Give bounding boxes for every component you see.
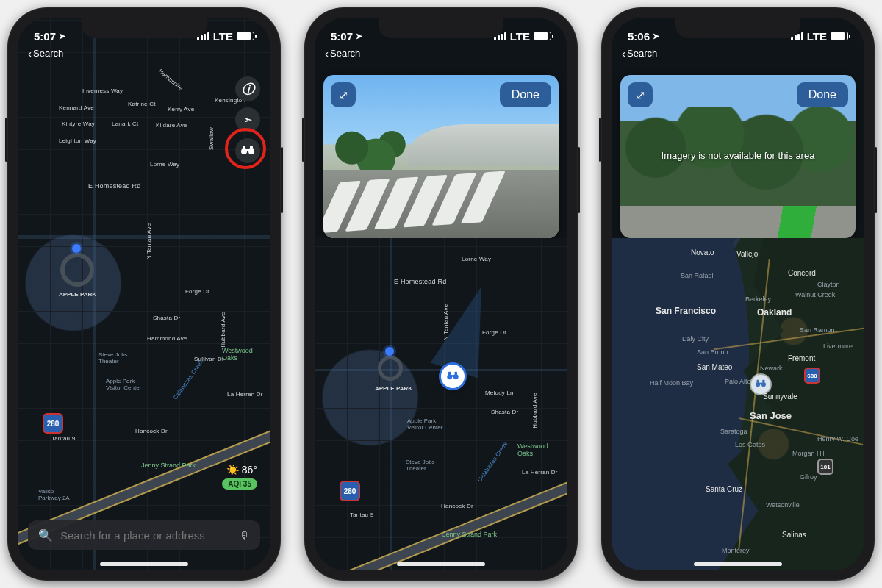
look-around-preview[interactable]: ⤢ Done (323, 75, 559, 238)
expand-icon: ⤢ (339, 88, 348, 102)
screen-3: 5:06 ➤ LTE ‹ Search Imagery is not avail… (612, 18, 864, 570)
bay-water (612, 238, 729, 570)
chevron-left-icon: ‹ (325, 47, 329, 60)
location-services-icon: ➤ (59, 32, 65, 41)
look-around-marker[interactable] (441, 365, 465, 388)
street-label: Hubbard Ave (531, 392, 538, 428)
poi-westwood: Westwood Oaks (222, 347, 253, 362)
poi-steve-jobs: Steve Jobs Theater (98, 351, 128, 365)
lookaround-building (408, 124, 559, 167)
city-label: Fremont (788, 354, 815, 362)
city-label: San Bruno (697, 348, 728, 356)
notch (379, 18, 503, 38)
device-frame-1: 5:07 ➤ LTE ‹ Search 280 Inverness Way Ke… (7, 7, 281, 581)
svg-rect-13 (757, 380, 759, 383)
hwy-shield-680: 680 (804, 368, 820, 384)
look-around-marker[interactable] (751, 375, 770, 394)
poi-visitor-center: Apple Park Visitor Center (407, 417, 442, 431)
temperature: 86° (242, 464, 257, 476)
svg-rect-12 (759, 383, 763, 384)
city-label: Novato (691, 248, 714, 257)
svg-rect-8 (448, 372, 451, 375)
hwy-shield-280: 280 (43, 413, 63, 434)
search-bar[interactable]: 🔍 🎙 (28, 520, 260, 550)
battery-icon (237, 32, 254, 40)
screen-2: 5:07 ➤ LTE ‹ Search (315, 18, 567, 570)
city-label: Los Gatos (735, 441, 765, 448)
user-location-dot (385, 347, 394, 356)
poi-steve-jobs: Steve Jobs Theater (406, 459, 435, 472)
poi-visitor-center: Apple Park Visitor Center (106, 378, 141, 391)
poi-vallco: Vallco Parkway 2A (38, 488, 70, 501)
battery-icon (534, 32, 551, 40)
city-label: San Mateo (697, 363, 732, 371)
done-label: Done (512, 88, 539, 101)
back-to-search[interactable]: ‹ Search (622, 47, 657, 60)
street-label: Kennard Ave (59, 104, 94, 111)
back-to-search[interactable]: ‹ Search (28, 47, 63, 60)
chevron-left-icon: ‹ (28, 47, 32, 60)
street-label: Hammond Ave (147, 335, 187, 342)
map-canvas-regional[interactable]: Novato Vallejo Concord Clayton San Rafae… (612, 238, 864, 570)
binoculars-icon (447, 370, 459, 382)
notch (82, 18, 207, 38)
lookaround-road (323, 170, 559, 238)
street-label: Hancock Dr (135, 428, 168, 434)
map-info-button[interactable]: ⓘ (235, 76, 260, 101)
city-label: Morgan Hill (792, 450, 826, 457)
poi-apple-park: APPLE PARK (375, 385, 412, 392)
map-canvas[interactable]: 280 Lorne Way E Homestead Rd Forge Dr Me… (315, 238, 567, 570)
weather-widget[interactable]: ☀️ 86° AQI 35 (222, 464, 257, 490)
poi-westwood: Westwood Oaks (517, 442, 548, 457)
location-services-icon: ➤ (653, 32, 659, 41)
look-around-preview[interactable]: Imagery is not available for this area ⤢… (620, 75, 856, 238)
city-label: San Ramon (800, 326, 835, 334)
city-label: Oakland (757, 307, 792, 318)
microphone-icon[interactable]: 🎙 (239, 529, 250, 542)
city-label: Gilroy (800, 473, 817, 481)
screen-1: 5:07 ➤ LTE ‹ Search 280 Inverness Way Ke… (18, 18, 270, 570)
poi-jenny-strand: Jenny Strand Park (141, 462, 196, 469)
battery-icon (831, 32, 848, 40)
search-icon: 🔍 (38, 528, 53, 542)
poi-apple-park: APPLE PARK (59, 291, 96, 298)
city-label: Palo Alto (725, 378, 751, 385)
home-indicator[interactable] (100, 562, 188, 566)
status-time: 5:07 (34, 30, 56, 43)
aqi-badge: AQI 35 (222, 478, 257, 490)
city-label: Daly City (682, 335, 709, 343)
search-input[interactable] (60, 529, 232, 542)
street-label: Lorne Way (462, 256, 491, 262)
annotation-highlight-circle (225, 128, 266, 169)
carrier-label: LTE (807, 30, 827, 43)
svg-rect-7 (451, 375, 454, 377)
street-label: Katrine Ct (128, 101, 156, 107)
city-label: San Rafael (681, 272, 714, 279)
city-label: San Jose (750, 410, 792, 421)
done-button[interactable]: Done (500, 82, 551, 107)
location-arrow-icon: ➣ (243, 113, 253, 126)
street-label: Hampshire (157, 68, 184, 92)
done-button[interactable]: Done (797, 82, 848, 107)
city-label: Sunnyvale (763, 392, 797, 401)
look-around-cone (431, 279, 506, 378)
street-label: Lanark Ct (112, 121, 138, 127)
info-icon: ⓘ (242, 81, 254, 98)
city-label: Santa Cruz (706, 485, 742, 493)
street-label: Tantau 9 (350, 512, 373, 518)
hwy-shield-101: 101 (817, 459, 833, 475)
apple-park-ring (60, 253, 94, 287)
lookaround-crosswalk (323, 171, 506, 233)
home-indicator[interactable] (694, 562, 782, 566)
home-indicator[interactable] (397, 562, 485, 566)
city-label: Half Moon Bay (650, 379, 693, 387)
back-to-search[interactable]: ‹ Search (325, 47, 360, 60)
street-label: Hancock Dr (441, 503, 473, 509)
expand-lookaround-button[interactable]: ⤢ (628, 82, 653, 107)
city-label: Berkeley (745, 295, 771, 303)
street-label: La Herran Dr (522, 469, 558, 476)
expand-lookaround-button[interactable]: ⤢ (331, 82, 356, 107)
city-label: San Francisco (656, 306, 716, 316)
street-label: Lorne Way (150, 161, 179, 168)
binoculars-icon (756, 379, 766, 390)
